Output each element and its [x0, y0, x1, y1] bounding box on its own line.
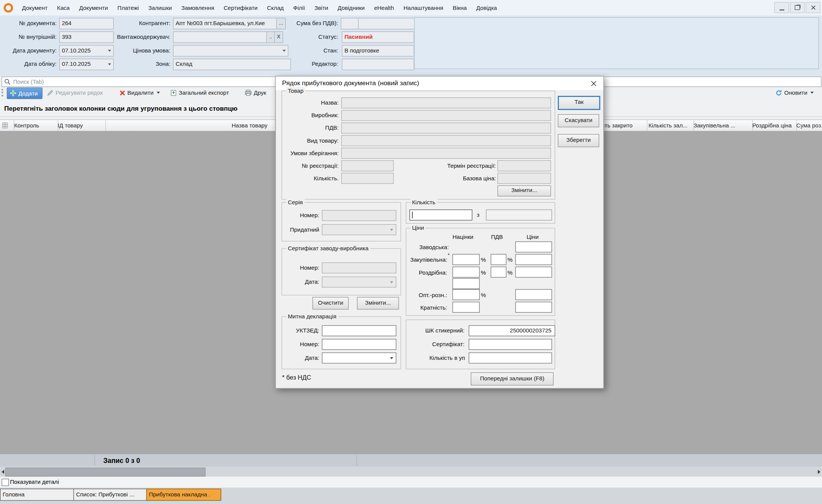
menu-reports[interactable]: Звіти	[310, 0, 333, 16]
purchase-vat-input[interactable]	[491, 254, 506, 265]
close-icon	[811, 5, 815, 10]
menu-payments[interactable]: Платежі	[113, 0, 144, 16]
consignee-browse-button[interactable]: ..	[266, 32, 275, 43]
save-button[interactable]: Зберегти	[558, 134, 599, 147]
series-valid-label: Придатний	[278, 225, 319, 234]
menu-certificates[interactable]: Сертифікати	[219, 0, 262, 16]
consignee-field[interactable]	[173, 32, 270, 43]
factory-price-label: Заводська:	[409, 243, 449, 252]
certificate-input[interactable]	[469, 339, 552, 350]
purchase-price-input[interactable]	[516, 254, 552, 265]
tab-main[interactable]: Головна	[0, 489, 75, 501]
scroll-right-icon[interactable]	[818, 470, 820, 474]
menu-documents[interactable]: Документи	[74, 0, 112, 16]
account-date-field[interactable]: 07.10.2025	[59, 59, 114, 70]
comment-panel[interactable]	[414, 17, 819, 69]
quantity-group-title: Кількість	[410, 199, 437, 206]
edit-row-button[interactable]: Редагувати рядок	[47, 87, 103, 98]
dialog-close-button[interactable]	[589, 79, 598, 87]
close-button[interactable]	[806, 2, 820, 13]
qty-per-pack-input[interactable]	[469, 353, 552, 364]
column-header-sum-retail[interactable]: Сума роз...	[794, 120, 822, 131]
contragent-browse-button[interactable]: ...	[276, 18, 286, 29]
chevron-down-icon[interactable]	[390, 357, 393, 359]
zone-field[interactable]: Склад	[173, 59, 291, 70]
purchase-star: *	[448, 253, 450, 258]
tab-income-list[interactable]: Список: Прибуткові ...	[73, 489, 148, 501]
scroll-left-icon[interactable]	[2, 470, 4, 474]
sum-no-vat-field-2[interactable]	[358, 18, 415, 29]
print-button[interactable]: Друк	[245, 87, 266, 98]
add-button[interactable]: Додати	[7, 87, 43, 99]
factory-price-input[interactable]	[516, 242, 552, 253]
purchase-markup-input[interactable]	[452, 254, 480, 265]
menu-orders[interactable]: Замовлення	[177, 0, 219, 16]
menu-branches[interactable]: Філії	[289, 0, 310, 16]
doc-number-field[interactable]: 264	[59, 18, 114, 29]
doc-date-field[interactable]: 07.10.2025	[59, 45, 114, 56]
column-header-qty-closed[interactable]: сть закрито	[601, 120, 648, 131]
multiplicity-input[interactable]	[452, 302, 480, 313]
menu-warehouse[interactable]: Склад	[262, 0, 289, 16]
internal-number-field[interactable]: 393	[59, 32, 114, 43]
restore-icon	[795, 5, 800, 10]
horizontal-scrollbar[interactable]	[0, 467, 822, 477]
consignee-clear-button[interactable]: X	[274, 32, 283, 43]
state-label: Стан:	[286, 45, 338, 56]
refresh-icon	[775, 89, 782, 96]
sticker-barcode-input[interactable]: 2500000203725	[469, 325, 555, 336]
customs-date-label: Дата:	[278, 353, 319, 362]
menu-directories[interactable]: Довідники	[333, 0, 369, 16]
search-icon	[4, 78, 11, 85]
multiplicity-price-input[interactable]	[516, 302, 552, 313]
menu-help[interactable]: Довідка	[471, 0, 501, 16]
cancel-button[interactable]: Скасувати	[558, 114, 599, 127]
clear-cert-button[interactable]: Очистити	[313, 297, 349, 310]
chevron-down-icon[interactable]	[811, 92, 814, 94]
menu-ehealth[interactable]: eHealth	[369, 0, 399, 16]
toolbar-grip[interactable]	[2, 89, 5, 96]
uktzed-input[interactable]	[322, 325, 396, 336]
change-product-button[interactable]: Змінити...	[498, 185, 551, 196]
column-header-product-id[interactable]: ІД товару	[55, 120, 106, 131]
retail-vat-input[interactable]	[491, 267, 506, 278]
column-header-retail-price[interactable]: Роздрібна ціна	[750, 120, 797, 131]
menu-document[interactable]: Документ	[17, 0, 52, 16]
scrollbar-thumb[interactable]	[5, 468, 206, 477]
product-qty-field	[341, 173, 394, 184]
contragent-field[interactable]: Апт №003 пгт.Барышевка, ул.Кие	[173, 18, 281, 29]
wholesale-price-input[interactable]	[516, 289, 552, 300]
refresh-button[interactable]: Оновити	[775, 87, 813, 98]
quantity-input[interactable]	[409, 210, 472, 221]
change-cert-button[interactable]: Змінити...	[357, 297, 399, 310]
menu-kasa[interactable]: Каса	[52, 0, 74, 16]
show-details-checkbox[interactable]	[2, 479, 9, 486]
extra-markup-input[interactable]	[452, 278, 480, 289]
chevron-down-icon[interactable]	[283, 50, 286, 52]
cert-date-combo	[322, 277, 396, 288]
minimize-button[interactable]	[774, 2, 789, 13]
column-header-purchase-price[interactable]: Закупівельна ...	[691, 120, 753, 131]
column-header-control[interactable]: Контроль	[11, 120, 58, 131]
editor-field[interactable]	[342, 59, 414, 70]
menu-windows[interactable]: Вікна	[448, 0, 472, 16]
export-button[interactable]: Загальний експорт	[170, 87, 229, 98]
previous-stock-button[interactable]: Попередні залишки (F8)	[471, 372, 554, 385]
menu-settings[interactable]: Налаштування	[399, 0, 448, 16]
retail-price-input[interactable]	[516, 267, 552, 278]
menu-stock[interactable]: Залишки	[144, 0, 177, 16]
retail-markup-input[interactable]	[452, 267, 480, 278]
plus-icon	[10, 90, 16, 97]
grid-icon	[2, 122, 8, 128]
column-header-qty-left[interactable]: Кількість зал...	[646, 120, 694, 131]
tab-income-invoice[interactable]: Прибуткова накладна .	[146, 489, 221, 501]
delete-button[interactable]: Видалити	[120, 87, 160, 98]
dialog-title-bar[interactable]: Рядок прибуткового документа (новий запи…	[276, 76, 603, 90]
customs-number-input[interactable]	[322, 339, 396, 350]
chevron-down-icon[interactable]	[156, 92, 160, 94]
ok-button[interactable]: Так	[558, 96, 600, 110]
customs-date-combo[interactable]	[322, 353, 396, 364]
restore-button[interactable]	[790, 2, 805, 13]
wholesale-markup-input[interactable]	[452, 289, 480, 300]
price-condition-combo[interactable]	[173, 45, 288, 56]
